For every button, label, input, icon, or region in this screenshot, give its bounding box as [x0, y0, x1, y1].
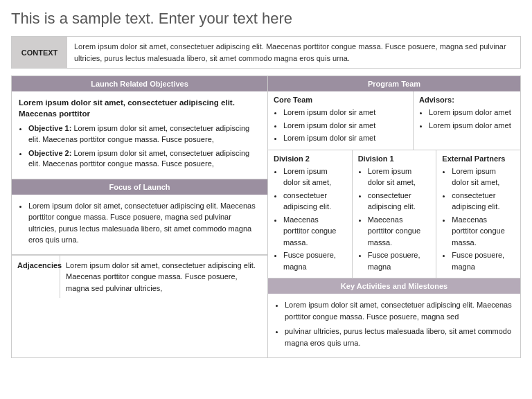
division2-cell: Division 2 Lorem ipsum dolor sit amet, c… [268, 150, 353, 278]
main-grid: Launch Related Objectives Lorem ipsum do… [11, 76, 521, 357]
adjacencies-label: Adjacencies [12, 256, 60, 299]
key-activities-header: Key Activities and Milestones [268, 278, 520, 294]
ext-item-2: Maecenas porttitor congue massa. [452, 214, 515, 249]
context-row: CONTEXT Lorem ipsum dolor sit amet, cons… [11, 36, 521, 69]
division2-title: Division 2 [274, 154, 346, 163]
division-row: Division 2 Lorem ipsum dolor sit amet, c… [268, 150, 520, 279]
objective-1: Objective 1: Lorem ipsum dolor sit amet,… [28, 123, 260, 145]
div2-item-0: Lorem ipsum dolor sit amet, [283, 166, 346, 188]
right-column: Program Team Core Team Lorem ipsum dolor… [268, 76, 520, 357]
adjacencies-text: Lorem ipsum dolor sit amet, consectetuer… [60, 256, 267, 299]
core-team-item-0: Lorem ipsum dolor sir amet [283, 107, 407, 118]
div1-item-1: consectetuer adipiscing elit. [368, 190, 431, 213]
program-team-content: Core Team Lorem ipsum dolor sir amet Lor… [268, 91, 520, 150]
div1-item-3: Fusce posuere, magna [368, 249, 431, 272]
div1-item-2: Maecenas porttitor congue massa. [368, 214, 431, 249]
core-team-item-2: Lorem ipsum dolor sir amet [283, 132, 407, 144]
external-partners-title: External Partners [442, 154, 515, 163]
ext-item-3: Fusce posuere, magna [452, 249, 515, 272]
div2-item-3: Fusce posuere, magna [283, 249, 346, 272]
advisors-section: Advisors: Lorem ipsum dolor amet Lorem i… [414, 91, 520, 150]
focus-section: Focus of Launch Lorem ipsum dolor sit am… [12, 179, 267, 255]
bottom-border [11, 357, 521, 358]
ext-item-1: consectetuer adipiscing elit. [452, 190, 515, 213]
objective-1-label: Objective 1: [28, 124, 71, 132]
advisors-item-0: Lorem ipsum dolor amet [429, 107, 515, 118]
div2-item-1: consectetuer adipiscing elit. [283, 190, 346, 213]
key-activities-content: Lorem ipsum dolor sit amet, consectetuer… [268, 294, 520, 357]
page-title: This is a sample text. Enter your text h… [11, 10, 521, 28]
main-heading: Lorem ipsum dolor sit amet, consectetuer… [19, 97, 260, 119]
division1-title: Division 1 [358, 154, 431, 163]
core-team-title: Core Team [274, 96, 407, 104]
key-activity-1: pulvinar ultricies, purus lectus malesua… [285, 326, 513, 348]
adjacencies-row: Adjacencies Lorem ipsum dolor sit amet, … [12, 255, 267, 299]
advisors-title: Advisors: [419, 96, 515, 104]
objective-2: Objective 2: Lorem ipsum dolor sit amet,… [28, 148, 260, 170]
objective-2-label: Objective 2: [28, 149, 71, 157]
div2-item-2: Maecenas porttitor congue massa. [283, 214, 346, 249]
left-column: Launch Related Objectives Lorem ipsum do… [12, 76, 268, 357]
focus-content: Lorem ipsum dolor sit amet, consectetuer… [12, 195, 267, 255]
core-team-list: Lorem ipsum dolor sir amet Lorem ipsum d… [283, 107, 407, 144]
focus-text: Lorem ipsum dolor sit amet, consectetuer… [28, 200, 260, 246]
external-partners-cell: External Partners Lorem ipsum dolor sit … [436, 150, 520, 278]
context-label: CONTEXT [12, 37, 67, 68]
ext-item-0: Lorem ipsum dolor sit amet, [452, 166, 515, 188]
focus-header: Focus of Launch [12, 179, 267, 195]
core-team-section: Core Team Lorem ipsum dolor sir amet Lor… [268, 91, 414, 150]
core-team-item-1: Lorem ipsum dolor sir amet [283, 120, 407, 132]
external-partners-list: Lorem ipsum dolor sit amet, consectetuer… [452, 166, 515, 273]
key-activity-0: Lorem ipsum dolor sit amet, consectetuer… [285, 299, 513, 322]
division2-list: Lorem ipsum dolor sit amet, consectetuer… [283, 166, 346, 273]
context-text: Lorem ipsum dolor sit amet, consectetuer… [67, 37, 520, 68]
division1-cell: Division 1 Lorem ipsum dolor sit amet, c… [353, 150, 437, 278]
launch-objectives-content: Lorem ipsum dolor sit amet, consectetuer… [12, 91, 267, 179]
advisors-item-1: Lorem ipsum dolor amet [429, 120, 515, 132]
advisors-list: Lorem ipsum dolor amet Lorem ipsum dolor… [429, 107, 515, 131]
launch-header: Launch Related Objectives [12, 76, 267, 91]
program-team-header: Program Team [268, 76, 520, 91]
div1-item-0: Lorem ipsum dolor sit amet, [368, 166, 431, 188]
division1-list: Lorem ipsum dolor sit amet, consectetuer… [368, 166, 431, 273]
